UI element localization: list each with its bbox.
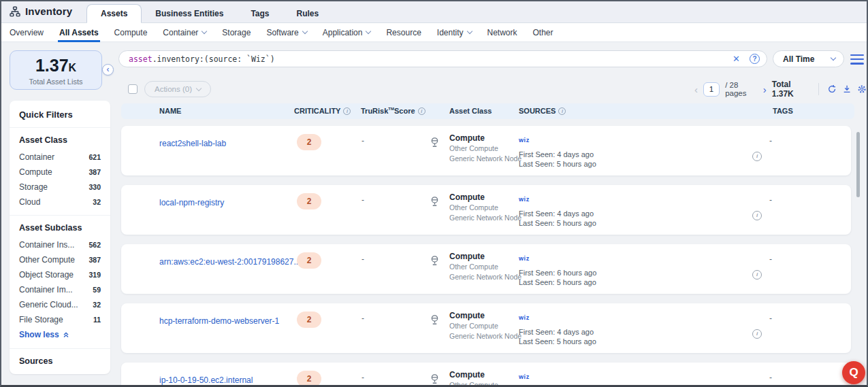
tab-tags[interactable]: Tags xyxy=(237,4,283,23)
subnav-overview[interactable]: Overview xyxy=(10,23,44,42)
total-count-label: Total 1.37K xyxy=(772,80,810,99)
tab-business-entities[interactable]: Business Entities xyxy=(142,4,237,23)
select-all-checkbox[interactable] xyxy=(128,84,138,94)
column-header-criticality[interactable]: CRITICALITYi xyxy=(294,107,351,115)
total-assets-label: Total Asset Lists xyxy=(10,78,101,86)
sidebar-collapse-button[interactable]: ‹ xyxy=(102,64,114,75)
trurisk-value: - xyxy=(361,136,364,146)
subnav-all-assets[interactable]: All Assets xyxy=(59,23,99,42)
prev-page-icon[interactable]: ‹ xyxy=(694,84,698,95)
table-scrollbar[interactable] xyxy=(856,132,860,197)
filter-section-sources: Sources Wiz1.37K MS Defender24 xyxy=(10,349,110,374)
table-row[interactable]: hcp-terraform-demo-webserver-1 2 - Compu… xyxy=(121,303,851,353)
chevron-down-icon xyxy=(302,29,307,34)
filter-section-asset-class: Asset Class Container621 Compute387 Stor… xyxy=(10,128,110,216)
table-row[interactable]: ip-10-0-19-50.ec2.internal 2 - Compute O… xyxy=(121,363,851,387)
chevron-down-icon xyxy=(202,29,207,34)
filter-container-image[interactable]: Container Im...59 xyxy=(19,285,101,295)
info-icon[interactable]: i xyxy=(343,107,351,115)
next-page-icon[interactable]: › xyxy=(763,84,767,95)
clear-query-icon[interactable]: ✕ xyxy=(733,54,740,64)
table-row[interactable]: react2shell-lab-lab 2 - Compute Other Co… xyxy=(121,126,851,175)
subnav-other[interactable]: Other xyxy=(533,23,553,42)
table-row[interactable]: local-npm-registry 2 - Compute Other Com… xyxy=(121,185,851,235)
last-seen-label: Last Seen: 5 hours ago xyxy=(519,159,596,169)
total-assets-value: 1.37K xyxy=(10,56,101,77)
asset-name-link[interactable]: arn:aws:ec2:eu-west-2:00179198627... xyxy=(159,257,300,267)
info-icon[interactable]: i xyxy=(752,329,762,339)
qualys-help-button[interactable]: Q xyxy=(842,361,865,384)
info-icon[interactable]: i xyxy=(558,107,566,115)
filter-object-storage[interactable]: Object Storage319 xyxy=(19,270,101,280)
filter-other-compute[interactable]: Other Compute387 xyxy=(19,255,101,265)
page-number-input[interactable]: 1 xyxy=(703,82,720,97)
wiz-source-logo[interactable]: wiz xyxy=(519,314,596,321)
download-icon[interactable] xyxy=(842,84,852,95)
first-seen-label: First Seen: 4 days ago xyxy=(519,327,596,337)
subnav-identity[interactable]: Identity xyxy=(437,23,472,42)
subnav-software[interactable]: Software xyxy=(266,23,306,42)
tab-rules[interactable]: Rules xyxy=(283,4,333,23)
chevron-down-icon xyxy=(366,29,371,34)
subnav-compute[interactable]: Compute xyxy=(114,23,148,42)
column-header-tags[interactable]: TAGS xyxy=(773,107,793,115)
page-title: Inventory xyxy=(25,5,72,17)
trurisk-value: - xyxy=(361,254,364,264)
wiz-source-logo[interactable]: wiz xyxy=(519,255,596,262)
column-header-sources[interactable]: SOURCESi xyxy=(519,107,566,115)
network-node-icon xyxy=(429,196,440,207)
wiz-source-logo[interactable]: wiz xyxy=(519,196,596,203)
asset-class-cell: Compute Other Compute Generic Network No… xyxy=(449,192,521,222)
asset-name-link[interactable]: react2shell-lab-lab xyxy=(159,139,226,148)
asset-name-link[interactable]: local-npm-registry xyxy=(159,198,224,207)
filter-file-storage[interactable]: File Storage11 xyxy=(19,315,101,324)
asset-name-link[interactable]: ip-10-0-19-50.ec2.internal xyxy=(159,375,253,385)
refresh-icon[interactable] xyxy=(827,84,837,95)
info-icon[interactable]: i xyxy=(752,152,762,161)
query-help-icon[interactable]: ? xyxy=(750,54,760,64)
network-node-icon xyxy=(429,255,440,267)
filter-source-wiz[interactable]: Wiz1.37K xyxy=(19,373,101,374)
app-brand: Inventory xyxy=(10,5,72,17)
menu-icon[interactable] xyxy=(850,54,864,65)
network-node-icon xyxy=(429,373,440,385)
filter-storage[interactable]: Storage330 xyxy=(19,182,101,192)
time-range-select[interactable]: All Time xyxy=(773,50,844,67)
info-icon[interactable]: i xyxy=(752,270,762,280)
total-assets-card: 1.37K Total Asset Lists xyxy=(10,50,102,90)
show-less-link[interactable]: Show less xyxy=(19,330,101,339)
tab-assets[interactable]: Assets xyxy=(86,4,142,23)
wiz-source-logo[interactable]: wiz xyxy=(519,373,530,380)
filter-container[interactable]: Container621 xyxy=(19,152,101,162)
subnav-container[interactable]: Container xyxy=(163,23,206,42)
tags-value: - xyxy=(769,373,772,382)
info-icon[interactable]: i xyxy=(752,211,762,220)
column-header-trurisk-score[interactable]: TruRiskTMScorei xyxy=(361,107,425,115)
chevron-down-icon xyxy=(466,29,472,34)
tags-value: - xyxy=(769,254,772,264)
filter-generic-cloud[interactable]: Generic Cloud...32 xyxy=(19,300,101,309)
settings-gear-icon[interactable] xyxy=(857,84,867,95)
pagination: ‹ 1 / 28 pages › Total 1.37K xyxy=(694,81,867,97)
trurisk-value: - xyxy=(361,195,364,205)
subnav-resource[interactable]: Resource xyxy=(386,23,421,42)
filter-cloud[interactable]: Cloud32 xyxy=(19,197,101,207)
chevron-down-icon xyxy=(831,55,836,61)
actions-button[interactable]: Actions (0) xyxy=(144,81,211,97)
query-input[interactable]: asset.inventory:(source: `Wiz`) ✕ ? xyxy=(118,50,767,67)
subnav-storage[interactable]: Storage xyxy=(222,23,251,42)
filter-container-instance[interactable]: Container Ins...562 xyxy=(19,240,101,250)
wiz-source-logo[interactable]: wiz xyxy=(519,137,596,144)
subnav-application[interactable]: Application xyxy=(323,23,371,42)
asset-name-link[interactable]: hcp-terraform-demo-webserver-1 xyxy=(159,316,279,326)
active-underline xyxy=(58,40,100,42)
filter-compute[interactable]: Compute387 xyxy=(19,167,101,177)
first-seen-label: First Seen: 4 days ago xyxy=(519,209,596,218)
criticality-badge: 2 xyxy=(297,371,321,387)
column-header-name[interactable]: NAME xyxy=(159,107,181,115)
network-node-icon xyxy=(429,314,440,326)
subnav-network[interactable]: Network xyxy=(487,23,517,42)
column-header-asset-class[interactable]: Asset Class xyxy=(449,107,492,115)
table-row[interactable]: arn:aws:ec2:eu-west-2:00179198627... 2 -… xyxy=(121,244,851,294)
info-icon[interactable]: i xyxy=(418,107,425,115)
